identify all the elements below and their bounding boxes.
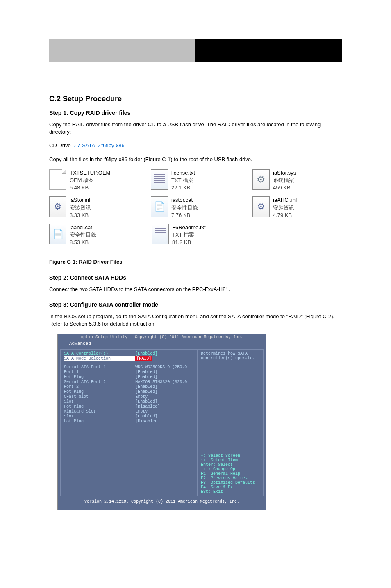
file-name: iaStor.inf — [70, 196, 91, 204]
file-type: 安全性目錄 — [171, 204, 198, 212]
file-item[interactable]: iaStor.inf 安裝資訊 3.33 KB — [49, 196, 139, 219]
file-row: iaStor.inf 安裝資訊 3.33 KB iastor.cat 安全性目錄… — [49, 196, 342, 219]
bottom-divider — [49, 549, 342, 549]
bios-selected-item: SATA Mode Selection — [64, 356, 135, 361]
section-heading: C.2 Setup Procedure — [49, 95, 342, 103]
file-type: TXT 檔案 — [172, 231, 206, 239]
cat-file-icon — [49, 224, 66, 244]
text-file-icon — [151, 169, 168, 190]
file-size: 459 KB — [273, 184, 296, 191]
bios-tab-advanced: Advanced — [65, 340, 95, 347]
file-size: 8.53 KB — [70, 239, 96, 246]
file-item[interactable]: F6Readme.txt TXT 檔案 81.2 KB — [152, 224, 242, 246]
file-size: 7.76 KB — [171, 212, 198, 219]
bios-screenshot: Aptio Setup Utility - Copyright (C) 2011… — [57, 334, 266, 510]
file-type: 安裝資訊 — [273, 204, 297, 212]
path-prefix: CD Drive — [49, 142, 72, 148]
file-type: 安裝資訊 — [70, 204, 91, 212]
file-name: iaStor.sys — [273, 169, 296, 177]
file-item[interactable]: TXTSETUP.OEM OEM 檔案 5.48 KB — [49, 169, 139, 192]
figure1-caption: Figure C-1: RAID Driver Files — [49, 258, 342, 266]
step1-label: Step 1: Copy RAID driver files — [49, 109, 342, 116]
file-size: 3.33 KB — [70, 212, 91, 219]
header-left-block — [49, 39, 196, 62]
file-size: 4.79 KB — [273, 212, 297, 219]
step1-path: CD Drive -› 7-SATA -› f6flpy-x86 — [49, 142, 342, 149]
file-icon — [49, 169, 66, 190]
cat-file-icon — [151, 196, 168, 217]
bios-left-pane: SATA Controller(s)[Enabled] SATA Mode Se… — [60, 349, 198, 496]
inf-file-icon — [252, 196, 270, 217]
file-item[interactable]: iaahci.cat 安全性目錄 8.53 KB — [49, 224, 139, 246]
file-size: 22.1 KB — [171, 184, 195, 191]
step1-paragraph: Copy the RAID driver files from the driv… — [49, 121, 342, 136]
file-type: 安全性目錄 — [70, 231, 96, 239]
file-row: iaahci.cat 安全性目錄 8.53 KB F6Readme.txt TX… — [49, 224, 342, 246]
bios-title: Aptio Setup Utility - Copyright (C) 2011… — [58, 334, 266, 340]
file-type: OEM 檔案 — [70, 177, 110, 184]
sys-file-icon — [252, 169, 270, 190]
file-name: iastor.cat — [171, 196, 198, 204]
inf-file-icon — [49, 196, 66, 217]
file-name: iaAHCI.inf — [273, 196, 297, 204]
file-name: TXTSETUP.OEM — [70, 169, 110, 177]
step2-label: Step 2: Connect SATA HDDs — [49, 274, 342, 281]
file-name: license.txt — [171, 169, 195, 177]
step2-paragraph: Connect the two SATA HDDs to the SATA co… — [49, 286, 342, 293]
text-file-icon — [152, 224, 169, 244]
file-item[interactable]: iaAHCI.inf 安裝資訊 4.79 KB — [252, 196, 342, 219]
page-content: C.2 Setup Procedure Step 1: Copy RAID dr… — [49, 66, 342, 518]
file-name: iaahci.cat — [70, 224, 96, 231]
file-item[interactable]: license.txt TXT 檔案 22.1 KB — [151, 169, 240, 192]
file-item[interactable]: iastor.cat 安全性目錄 7.76 KB — [151, 196, 240, 219]
file-type: TXT 檔案 — [171, 177, 195, 184]
file-name: F6Readme.txt — [172, 224, 206, 231]
step3-label: Step 3: Configure SATA controller mode — [49, 301, 342, 308]
step3-paragraph: In the BIOS setup program, go to the SAT… — [49, 313, 342, 328]
path-link[interactable]: -› 7-SATA -› f6flpy-x86 — [72, 142, 124, 148]
bios-help-pane: Determines how SATA controller(s) operat… — [198, 349, 264, 496]
file-size: 5.48 KB — [70, 184, 110, 191]
file-item[interactable]: iaStor.sys 系統檔案 459 KB — [252, 169, 342, 192]
bios-footer: Version 2.14.1219. Copyright (C) 2011 Am… — [58, 499, 266, 505]
file-row: TXTSETUP.OEM OEM 檔案 5.48 KB license.txt … — [49, 169, 342, 192]
top-divider — [49, 82, 342, 82]
file-type: 系統檔案 — [273, 177, 296, 184]
header-right-block — [196, 39, 342, 62]
file-listing: TXTSETUP.OEM OEM 檔案 5.48 KB license.txt … — [49, 169, 342, 246]
step1-paragraph2: Copy all the files in the f6flpy-x86 fol… — [49, 156, 342, 163]
file-size: 81.2 KB — [172, 239, 206, 246]
page-header — [49, 39, 342, 62]
